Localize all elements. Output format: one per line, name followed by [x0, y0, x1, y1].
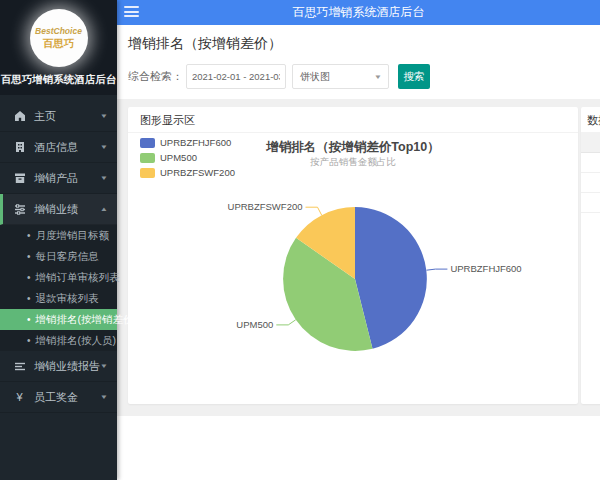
sidebar-item-label: 主页 — [34, 109, 101, 124]
chevron-down-icon: ▼ — [100, 113, 108, 119]
legend-label: UPRBZFSWF200 — [160, 167, 235, 178]
chart-type-selected-value: 饼状图 — [300, 70, 375, 84]
sidebar-subitem-label: 退款审核列表 — [36, 292, 99, 306]
sidebar-title: 百思巧增销系统酒店后台 — [0, 73, 117, 87]
sidebar-subitem-monthly-target[interactable]: • 月度增销目标额 — [0, 225, 117, 246]
sidebar-item-hotel-info[interactable]: 酒店信息 ▼ — [0, 132, 117, 163]
legend-label: UPRBZFHJF600 — [160, 137, 231, 148]
chevron-down-icon: ▼ — [100, 394, 108, 400]
chevron-down-icon: ▼ — [100, 363, 108, 369]
content-area: 图形显示区 UPRBZFHJF600UPM500UPRBZFSWF200 增销排… — [117, 99, 600, 416]
logo-text-en: BestChoice — [35, 26, 82, 36]
yen-icon: ¥ — [13, 391, 26, 404]
chart-panel-title: 图形显示区 — [128, 107, 578, 133]
topbar-title: 百思巧增销系统酒店后台 — [293, 4, 425, 21]
sidebar-subitem-daily-rooms[interactable]: • 每日客房信息 — [0, 246, 117, 267]
bullet-icon: • — [27, 251, 31, 262]
app-logo: BestChoice 百思巧 — [30, 9, 88, 67]
data-panel: 数据显示区 — [581, 107, 600, 404]
sidebar-subitem-label: 每日客房信息 — [36, 250, 99, 264]
sidebar-subitem-label: 月度增销目标额 — [36, 229, 110, 243]
data-table-header — [581, 133, 600, 153]
top-bar: 百思巧增销系统酒店后台 — [117, 0, 600, 25]
bullet-icon: • — [27, 314, 31, 325]
sidebar-item-performance-report[interactable]: 增销业绩报告 ▼ — [0, 351, 117, 382]
date-range-input[interactable] — [186, 64, 286, 89]
bar-chart-icon — [13, 360, 26, 373]
legend-item[interactable]: UPRBZFHJF600 — [140, 135, 235, 150]
sidebar-item-employee-bonus[interactable]: ¥ 员工奖金 ▼ — [0, 382, 117, 413]
chevron-down-icon: ▼ — [100, 175, 108, 181]
chevron-down-icon: ▼ — [100, 144, 108, 150]
sidebar-item-label: 增销产品 — [34, 171, 101, 186]
pie-label-line — [306, 207, 322, 215]
table-row — [581, 173, 600, 193]
sidebar-subitem-refund-review[interactable]: • 退款审核列表 — [0, 288, 117, 309]
building-icon — [13, 141, 26, 154]
sidebar-item-home[interactable]: 主页 ▼ — [0, 101, 117, 132]
bullet-icon: • — [27, 335, 31, 346]
sidebar-item-products[interactable]: 增销产品 ▼ — [0, 163, 117, 194]
legend-label: UPM500 — [160, 152, 197, 163]
legend-color-chip — [140, 153, 155, 163]
chart-type-select[interactable]: 饼状图 ▼ — [292, 64, 389, 89]
chart-legend: UPRBZFHJF600UPM500UPRBZFSWF200 — [140, 135, 235, 180]
sidebar-subitem-label: 增销排名(按增销差价) — [36, 313, 138, 327]
logo-text-cn: 百思巧 — [43, 37, 75, 51]
sidebar-item-performance[interactable]: 增销业绩 ▲ — [0, 194, 117, 225]
sidebar-item-label: 增销业绩报告 — [34, 359, 101, 374]
table-row — [581, 193, 600, 213]
sidebar-subitem-order-review[interactable]: • 增销订单审核列表 — [0, 267, 117, 288]
main-area: 百思巧增销系统酒店后台 增销排名（按增销差价） 综合检索： 饼状图 ▼ 搜索 图… — [117, 0, 600, 480]
sidebar-item-label: 酒店信息 — [34, 140, 101, 155]
legend-color-chip — [140, 138, 155, 148]
search-toolbar: 综合检索： 饼状图 ▼ 搜索 — [128, 64, 600, 89]
sidebar-item-label: 员工奖金 — [34, 390, 101, 405]
pie-label-line — [427, 269, 448, 270]
sidebar-subitem-label: 增销订单审核列表 — [36, 271, 120, 285]
legend-color-chip — [140, 168, 155, 178]
chart-panel: 图形显示区 UPRBZFHJF600UPM500UPRBZFSWF200 增销排… — [128, 107, 578, 404]
search-label: 综合检索： — [128, 69, 183, 84]
pie-slice-label: UPM500 — [236, 319, 273, 330]
pie-chart: UPRBZFHJF600UPM500UPRBZFSWF200 增销排名（按增销差… — [128, 133, 578, 404]
pie-slice-label: UPRBZFSWF200 — [228, 201, 303, 212]
pie-label-line — [276, 320, 295, 325]
sidebar-menu: 主页 ▼ 酒店信息 ▼ 增销产品 ▼ 增销业绩 ▲ • — [0, 101, 117, 413]
legend-item[interactable]: UPM500 — [140, 150, 235, 165]
home-icon — [13, 110, 26, 123]
bullet-icon: • — [27, 293, 31, 304]
table-row — [581, 153, 600, 173]
sidebar-subitem-label: 增销排名(按人员) — [36, 334, 117, 348]
chevron-down-icon: ▼ — [374, 74, 382, 80]
sidebar: BestChoice 百思巧 百思巧增销系统酒店后台 主页 ▼ 酒店信息 ▼ 增… — [0, 0, 117, 480]
bullet-icon: • — [27, 230, 31, 241]
sliders-icon — [13, 203, 26, 216]
data-panel-title: 数据显示区 — [581, 107, 600, 133]
chevron-up-icon: ▲ — [100, 206, 108, 212]
performance-submenu: • 月度增销目标额 • 每日客房信息 • 增销订单审核列表 • 退款审核列表 •… — [0, 225, 117, 351]
sidebar-header: BestChoice 百思巧 百思巧增销系统酒店后台 — [0, 0, 117, 95]
legend-item[interactable]: UPRBZFSWF200 — [140, 165, 235, 180]
sidebar-subitem-rank-by-margin[interactable]: • 增销排名(按增销差价) — [0, 309, 117, 330]
hamburger-menu-icon[interactable] — [124, 6, 139, 20]
search-button[interactable]: 搜索 — [398, 64, 430, 89]
bullet-icon: • — [27, 272, 31, 283]
sidebar-item-label: 增销业绩 — [34, 202, 101, 217]
page-title: 增销排名（按增销差价） — [128, 35, 600, 53]
sidebar-subitem-rank-by-person[interactable]: • 增销排名(按人员) — [0, 330, 117, 351]
pie-slice-label: UPRBZFHJF600 — [450, 263, 521, 274]
page-header: 增销排名（按增销差价） 综合检索： 饼状图 ▼ 搜索 — [117, 25, 600, 89]
box-icon — [13, 172, 26, 185]
